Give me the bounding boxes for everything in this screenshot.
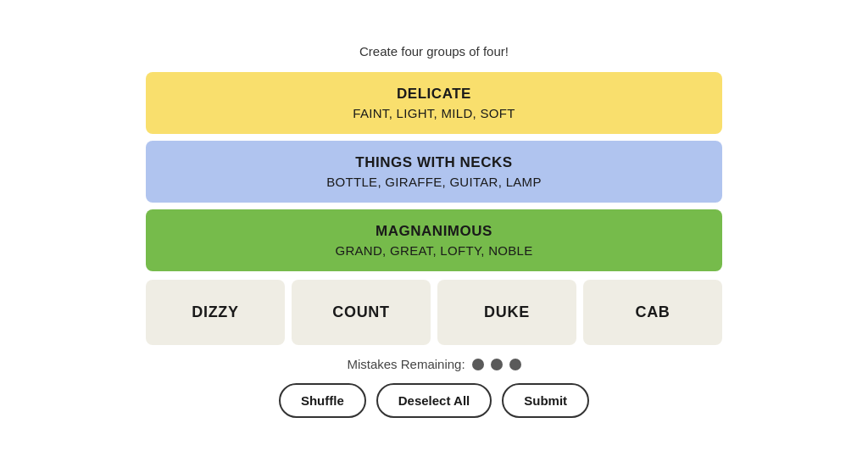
- mistake-dot-3: [509, 359, 521, 370]
- mistake-dot-1: [472, 359, 484, 370]
- shuffle-button[interactable]: Shuffle: [279, 383, 366, 418]
- group-words-purple: BOTTLE, GIRAFFE, GUITAR, LAMP: [163, 175, 705, 189]
- tile-cab[interactable]: CAB: [583, 280, 722, 345]
- solved-group-green: MAGNANIMOUS GRAND, GREAT, LOFTY, NOBLE: [146, 209, 722, 271]
- game-container: Create four groups of four! DELICATE FAI…: [146, 44, 722, 418]
- instruction-text: Create four groups of four!: [359, 44, 509, 58]
- solved-groups-container: DELICATE FAINT, LIGHT, MILD, SOFT THINGS…: [146, 72, 722, 271]
- mistakes-row: Mistakes Remaining:: [347, 357, 520, 371]
- tile-count[interactable]: COUNT: [292, 280, 431, 345]
- buttons-row: Shuffle Deselect All Submit: [279, 383, 589, 418]
- group-words-yellow: FAINT, LIGHT, MILD, SOFT: [163, 106, 705, 120]
- solved-group-yellow: DELICATE FAINT, LIGHT, MILD, SOFT: [146, 72, 722, 134]
- submit-button[interactable]: Submit: [502, 383, 589, 418]
- group-title-green: MAGNANIMOUS: [163, 223, 705, 240]
- mistake-dot-2: [491, 359, 503, 370]
- group-title-yellow: DELICATE: [163, 86, 705, 103]
- tiles-grid: DIZZYCOUNTDUKECAB: [146, 280, 722, 345]
- group-title-purple: THINGS WITH NECKS: [163, 154, 705, 171]
- solved-group-purple: THINGS WITH NECKS BOTTLE, GIRAFFE, GUITA…: [146, 141, 722, 203]
- mistakes-label: Mistakes Remaining:: [347, 357, 465, 371]
- tile-duke[interactable]: DUKE: [437, 280, 576, 345]
- group-words-green: GRAND, GREAT, LOFTY, NOBLE: [163, 243, 705, 258]
- deselect-all-button[interactable]: Deselect All: [376, 383, 492, 418]
- tile-dizzy[interactable]: DIZZY: [146, 280, 285, 345]
